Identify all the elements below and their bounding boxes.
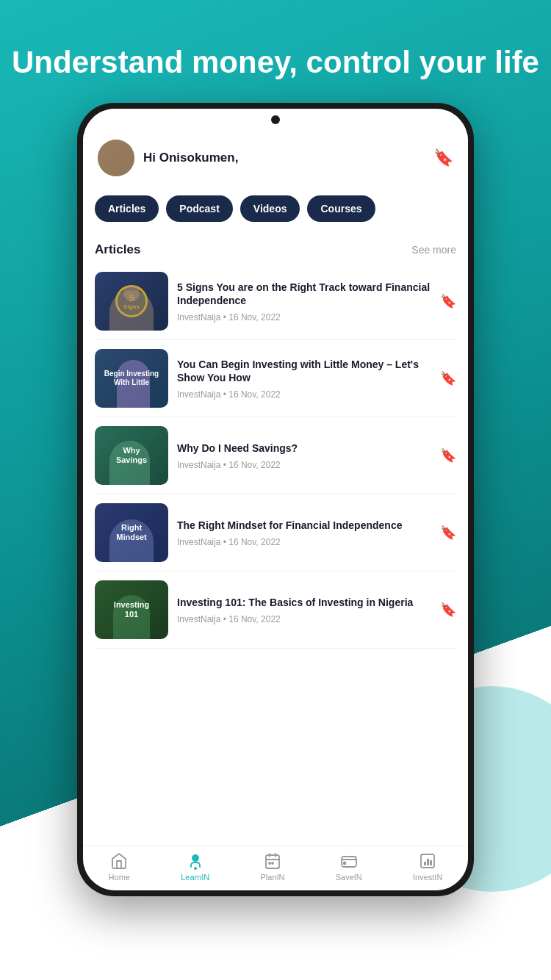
svg-point-6 (269, 862, 270, 864)
article-item[interactable]: Begin InvestingWith Little You Can Begin… (95, 340, 456, 417)
article-meta-3: InvestNaija • 16 Nov, 2022 (177, 460, 431, 470)
bottom-navigation: Home LearnIN PlanIN (83, 846, 468, 890)
article-content-1: 5 Signs You are on the Right Track towar… (177, 281, 431, 323)
nav-item-home[interactable]: Home (101, 852, 137, 882)
article-meta-5: InvestNaija • 16 Nov, 2022 (177, 614, 431, 624)
nav-label-investin: InvestIN (413, 873, 442, 882)
svg-rect-11 (424, 862, 426, 865)
header-left: Hi Onisokumen, (98, 140, 238, 176)
article-bookmark-2[interactable]: 🔖 (440, 370, 456, 386)
phone-mockup: Hi Onisokumen, 🔖 Articles Podcast Videos… (77, 103, 474, 896)
article-meta-2: InvestNaija • 16 Nov, 2022 (177, 389, 431, 400)
svg-point-7 (272, 862, 273, 864)
bookmark-header-icon[interactable]: 🔖 (433, 148, 453, 167)
planin-icon (264, 852, 281, 870)
nav-label-home: Home (109, 873, 130, 882)
article-thumbnail-3: WhySavings (95, 426, 168, 485)
avatar (98, 140, 134, 176)
nav-item-savein[interactable]: SaveIN (328, 852, 370, 882)
svg-point-1 (194, 867, 197, 870)
thumb-text-5: Investing101 (108, 594, 155, 625)
svg-point-9 (343, 862, 345, 865)
nav-item-learnin[interactable]: LearnIN (173, 852, 217, 882)
article-title-5: Investing 101: The Basics of Investing i… (177, 596, 431, 610)
nav-label-savein: SaveIN (336, 873, 362, 882)
article-thumbnail-2: Begin InvestingWith Little (95, 349, 168, 408)
tab-podcast[interactable]: Podcast (166, 195, 232, 222)
phone-screen: Hi Onisokumen, 🔖 Articles Podcast Videos… (83, 109, 468, 890)
svg-rect-2 (266, 855, 279, 868)
app-header: Hi Onisokumen, 🔖 (83, 131, 468, 188)
nav-item-investin[interactable]: InvestIN (406, 852, 450, 882)
article-bookmark-3[interactable]: 🔖 (440, 447, 456, 464)
content-area: Articles See more 5 Signs 5 Signs You ar… (83, 234, 468, 846)
svg-rect-12 (427, 859, 429, 865)
svg-rect-13 (430, 860, 432, 865)
thumb-text-3: WhySavings (110, 440, 153, 471)
investin-icon (419, 852, 436, 870)
tab-courses[interactable]: Courses (307, 195, 375, 222)
thumb-text-2: Begin InvestingWith Little (98, 364, 165, 393)
article-content-2: You Can Begin Investing with Little Mone… (177, 358, 431, 400)
article-title-2: You Can Begin Investing with Little Mone… (177, 358, 431, 386)
savein-icon (340, 852, 358, 870)
learnin-icon (187, 852, 204, 870)
status-bar (83, 109, 468, 131)
article-meta-1: InvestNaija • 16 Nov, 2022 (177, 312, 431, 323)
articles-section-title: Articles (95, 242, 140, 257)
hero-title: Understand money, control your life (12, 44, 539, 81)
article-thumbnail-4: RightMindset (95, 503, 168, 562)
svg-point-0 (192, 855, 198, 861)
see-more-button[interactable]: See more (411, 244, 456, 256)
article-item[interactable]: Investing101 Investing 101: The Basics o… (95, 572, 456, 649)
home-icon (110, 852, 128, 870)
camera-dot (271, 115, 280, 124)
article-content-3: Why Do I Need Savings? InvestNaija • 16 … (177, 442, 431, 470)
greeting-text: Hi Onisokumen, (143, 151, 238, 165)
article-bookmark-4[interactable]: 🔖 (440, 525, 456, 541)
article-content-5: Investing 101: The Basics of Investing i… (177, 596, 431, 624)
article-bookmark-5[interactable]: 🔖 (440, 602, 456, 618)
hero-section: Understand money, control your life (12, 44, 539, 81)
nav-item-planin[interactable]: PlanIN (253, 852, 292, 882)
tab-videos[interactable]: Videos (240, 195, 300, 222)
article-meta-4: InvestNaija • 16 Nov, 2022 (177, 537, 431, 547)
article-item[interactable]: RightMindset The Right Mindset for Finan… (95, 494, 456, 572)
filter-tabs-bar: Articles Podcast Videos Courses (83, 188, 468, 234)
article-title-4: The Right Mindset for Financial Independ… (177, 519, 431, 533)
article-item[interactable]: WhySavings Why Do I Need Savings? Invest… (95, 417, 456, 494)
article-item[interactable]: 5 Signs 5 Signs You are on the Right Tra… (95, 263, 456, 340)
thumb-text-4: RightMindset (110, 517, 153, 548)
articles-section-header: Articles See more (95, 234, 456, 263)
article-content-4: The Right Mindset for Financial Independ… (177, 519, 431, 547)
nav-label-planin: PlanIN (260, 873, 284, 882)
nav-label-learnin: LearnIN (181, 873, 209, 882)
article-bookmark-1[interactable]: 🔖 (440, 293, 456, 309)
article-thumbnail-1: 5 Signs (95, 272, 168, 331)
article-title-1: 5 Signs You are on the Right Track towar… (177, 281, 431, 309)
tab-articles[interactable]: Articles (95, 195, 159, 222)
article-title-3: Why Do I Need Savings? (177, 442, 431, 455)
article-thumbnail-5: Investing101 (95, 580, 168, 639)
